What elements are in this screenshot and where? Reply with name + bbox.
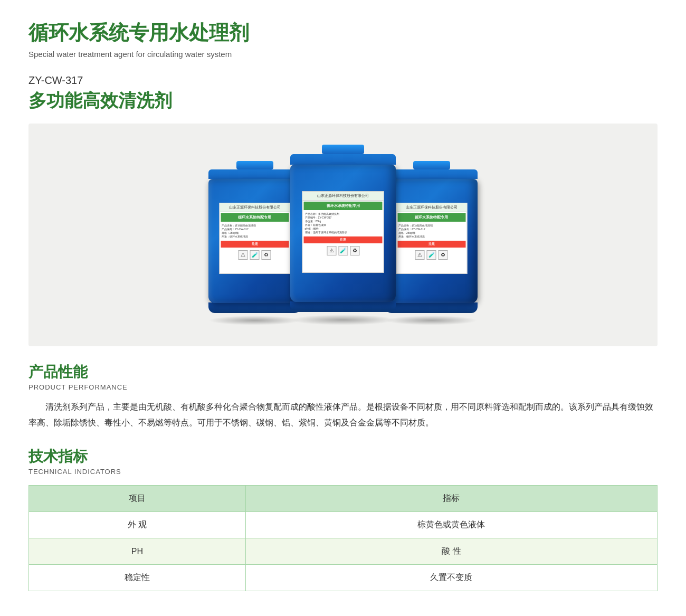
icon2-right: 🧪 — [427, 250, 436, 260]
icon1-center: ⚠ — [327, 246, 336, 255]
indicators-title-en: TECHNICAL INDICATORS — [28, 468, 658, 476]
barrel-label-right: 山东正源环保科技股份有限公司 循环水系统特配专用 产品名称：多功能高效清洗剂 产… — [396, 203, 467, 274]
barrel-shadow-right — [385, 316, 478, 325]
label-title-right: 循环水系统特配专用 — [397, 213, 465, 222]
table-row: 稳定性久置不变质 — [29, 565, 658, 591]
label-icons-left: ⚠ 🧪 ♻ — [220, 249, 290, 261]
indicators-title-cn: 技术指标 — [28, 447, 658, 467]
icon3-right: ♻ — [439, 250, 448, 260]
header-section: 循环水系统专用水处理剂 Special water treatment agen… — [28, 21, 658, 59]
label-header-right: 山东正源环保科技股份有限公司 — [396, 203, 466, 212]
table-header-indicator: 指标 — [245, 486, 657, 512]
subtitle: Special water treatment agent for circul… — [28, 50, 658, 59]
product-code: ZY-CW-317 — [28, 74, 658, 87]
product-name: 多功能高效清洗剂 — [28, 89, 658, 113]
label-content-right: 产品名称：多功能高效清洗剂 产品编号：ZY-CW-317 规格：25kg/桶 用… — [396, 223, 466, 240]
icon3-center: ♻ — [350, 246, 359, 255]
page-container: 循环水系统专用水处理剂 Special water treatment agen… — [0, 0, 686, 616]
barrel-label-left: 山东正源环保科技股份有限公司 循环水系统特配专用 产品名称：多功能高效清洗剂 产… — [219, 203, 290, 274]
product-image-section: 山东正源环保科技股份有限公司 循环水系统特配专用 产品名称：多功能高效清洗剂 产… — [28, 124, 658, 346]
label-danger-center: 注意 — [304, 236, 383, 243]
performance-title-cn: 产品性能 — [28, 362, 658, 382]
barrel-bottom-center — [290, 301, 396, 312]
barrel-label-center: 山东正源环保科技股份有限公司 循环水系统特配专用 产品名称：多功能高效清洗剂 产… — [302, 191, 384, 273]
performance-title-en: PRODUCT PERFORMANCE — [28, 383, 658, 391]
icon3-left: ♻ — [262, 250, 271, 260]
barrel-body-right: 山东正源环保科技股份有限公司 循环水系统特配专用 产品名称：多功能高效清洗剂 产… — [385, 179, 478, 303]
icon1-right: ⚠ — [415, 250, 425, 260]
icon2-left: 🧪 — [250, 250, 260, 260]
label-danger-right: 注意 — [397, 241, 465, 248]
table-header-row: 项目 指标 — [29, 486, 658, 512]
table-cell-indicator: 酸 性 — [245, 538, 657, 565]
label-icons-center: ⚠ 🧪 ♻ — [303, 244, 384, 257]
indicators-table: 项目 指标 外 观棕黄色或黄色液体PH酸 性稳定性久置不变质 — [28, 485, 658, 591]
barrel-cap-left — [236, 161, 273, 169]
table-cell-indicator: 棕黄色或黄色液体 — [245, 512, 657, 538]
barrel-top-left — [208, 169, 301, 179]
table-header-project: 项目 — [29, 486, 246, 512]
barrel-body-center: 山东正源环保科技股份有限公司 循环水系统特配专用 产品名称：多功能高效清洗剂 产… — [290, 165, 396, 302]
bottle-center: 山东正源环保科技股份有限公司 循环水系统特配专用 产品名称：多功能高效清洗剂 产… — [290, 145, 396, 325]
table-row: 外 观棕黄色或黄色液体 — [29, 512, 658, 538]
barrel-body-left: 山东正源环保科技股份有限公司 循环水系统特配专用 产品名称：多功能高效清洗剂 产… — [208, 179, 301, 303]
label-header-left: 山东正源环保科技股份有限公司 — [220, 203, 290, 212]
main-title: 循环水系统专用水处理剂 — [28, 21, 658, 45]
barrel-bottom-right — [385, 302, 478, 313]
bottle-right: 山东正源环保科技股份有限公司 循环水系统特配专用 产品名称：多功能高效清洗剂 产… — [385, 161, 478, 325]
barrel-top-right — [385, 169, 478, 179]
table-cell-project: 外 观 — [29, 512, 246, 538]
label-content-left: 产品名称：多功能高效清洗剂 产品编号：ZY-CW-317 规格：25kg/桶 用… — [220, 223, 290, 240]
table-row: PH酸 性 — [29, 538, 658, 565]
indicators-section: 技术指标 TECHNICAL INDICATORS 项目 指标 外 观棕黄色或黄… — [28, 447, 658, 591]
performance-text: 清洗剂系列产品，主要是由无机酸、有机酸多种化合聚合物复配而成的酸性液体产品。是根… — [28, 399, 658, 431]
product-code-section: ZY-CW-317 多功能高效清洗剂 — [28, 74, 658, 113]
bottle-left: 山东正源环保科技股份有限公司 循环水系统特配专用 产品名称：多功能高效清洗剂 产… — [208, 161, 301, 325]
bottles-container: 山东正源环保科技股份有限公司 循环水系统特配专用 产品名称：多功能高效清洗剂 产… — [198, 145, 488, 325]
performance-header: 产品性能 PRODUCT PERFORMANCE — [28, 362, 658, 391]
barrel-bottom-left — [208, 302, 301, 313]
table-cell-project: PH — [29, 538, 246, 565]
barrel-shadow-center — [290, 315, 396, 325]
icon2-center: 🧪 — [338, 246, 348, 255]
barrel-shadow-left — [208, 316, 301, 325]
barrel-top-center — [290, 154, 396, 165]
icon1-left: ⚠ — [239, 250, 248, 260]
table-cell-indicator: 久置不变质 — [245, 565, 657, 591]
label-icons-right: ⚠ 🧪 ♻ — [396, 249, 466, 261]
table-cell-project: 稳定性 — [29, 565, 246, 591]
performance-section: 产品性能 PRODUCT PERFORMANCE 清洗剂系列产品，主要是由无机酸… — [28, 362, 658, 431]
indicators-header: 技术指标 TECHNICAL INDICATORS — [28, 447, 658, 476]
barrel-cap-right — [413, 161, 450, 169]
barrel-cap-center — [322, 145, 364, 154]
label-header-center: 山东正源环保科技股份有限公司 — [303, 192, 384, 201]
label-title-left: 循环水系统特配专用 — [221, 213, 289, 222]
label-title-center: 循环水系统特配专用 — [304, 202, 383, 210]
label-content-center: 产品名称：多功能高效清洗剂 产品编号：ZY-CW-317 净含量：25kg 外观… — [303, 211, 384, 235]
label-danger-left: 注意 — [221, 241, 289, 248]
